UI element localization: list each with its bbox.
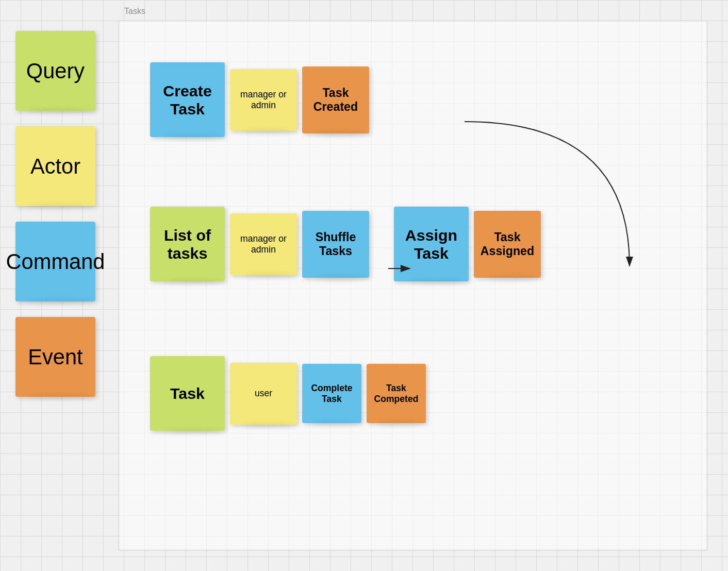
assign-task-note[interactable]: Assign Task [394, 207, 469, 281]
row-3: Task user Complete Task Task Competed [150, 356, 426, 431]
sidebar-item-command[interactable]: Command [15, 222, 95, 301]
task-assigned-note[interactable]: Task Assigned [474, 211, 541, 278]
create-task-note[interactable]: Create Task [150, 62, 225, 137]
sidebar: Query Actor Command Event [0, 0, 119, 571]
task-created-note[interactable]: Task Created [302, 66, 369, 133]
main-canvas: Tasks Create Task manager or admin Task … [119, 21, 707, 550]
list-of-tasks-note[interactable]: List of tasks [150, 207, 225, 281]
sidebar-item-query[interactable]: Query [15, 31, 95, 111]
row-1: Create Task manager or admin Task Create… [150, 62, 369, 137]
sidebar-item-actor[interactable]: Actor [15, 126, 95, 206]
sidebar-item-event[interactable]: Event [15, 317, 95, 397]
manager-or-admin-1-note[interactable]: manager or admin [230, 69, 297, 131]
task-competed-note[interactable]: Task Competed [367, 364, 426, 423]
shuffle-tasks-note[interactable]: Shuffle Tasks [302, 211, 369, 278]
canvas-title: Tasks [124, 7, 145, 16]
manager-or-admin-2-note[interactable]: manager or admin [230, 213, 297, 275]
user-note[interactable]: user [230, 363, 297, 425]
task-note[interactable]: Task [150, 356, 225, 431]
page: Query Actor Command Event Tasks Create T… [0, 0, 728, 571]
complete-task-note[interactable]: Complete Task [302, 364, 361, 423]
row-2: List of tasks manager or admin Shuffle T… [150, 207, 541, 281]
